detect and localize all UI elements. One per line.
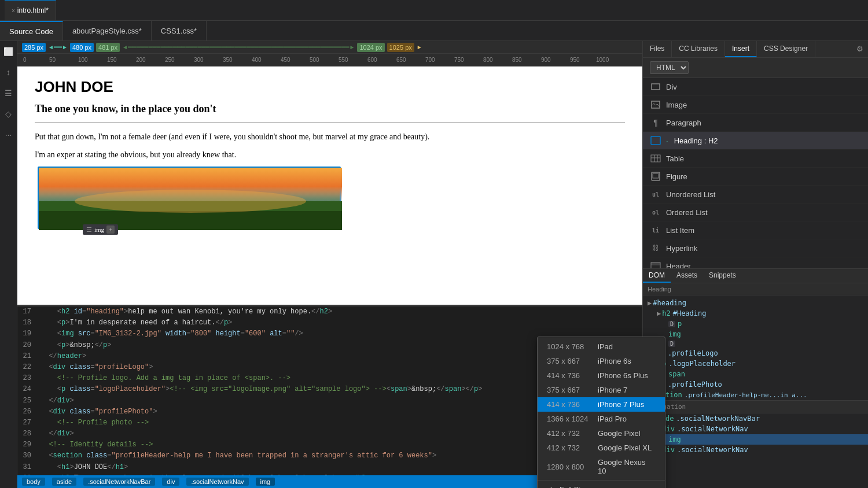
sidebar-icon-5[interactable]: ··· [3,129,14,141]
dropdown-googlenexus10[interactable]: 1280 x 800 Google Nexus 10 [538,455,665,478]
filter-icon[interactable]: ⚙ [852,41,868,57]
dom-tab-dom[interactable]: DOM [643,269,671,283]
insert-list-item[interactable]: li List Item [643,221,868,239]
dropdown-ipad[interactable]: 1024 x 768 iPad [538,339,665,354]
sidebar-icon-3[interactable]: ☰ [3,87,14,99]
svg-rect-12 [653,173,659,178]
code-line-17: 17 <h2 id="heading">help me out wan Keno… [17,306,642,317]
dropdown-iphone7plus[interactable]: 414 x 736 iPhone 7 Plus [538,397,665,412]
header-icon [650,260,661,268]
dom-tab-assets[interactable]: Assets [671,269,703,283]
css2-tab[interactable]: CSS1.css* [152,21,207,40]
list-item-icon: li [650,224,661,236]
dom-row-img-1[interactable]: img [643,329,868,339]
dom-row-profilephoto[interactable]: ▶ div .profilePhoto [643,379,868,390]
table-icon [650,153,661,164]
preview-pane: JOHN DOE The one you know, in the place … [17,66,642,306]
heading-icon [650,135,661,146]
insert-table[interactable]: Table [643,150,868,168]
dropdown-googlepixelxl[interactable]: 412 x 732 Google Pixel XL [538,441,665,455]
dom-row-img-selected[interactable]: img [643,434,868,445]
vp-480: 480 px [70,43,94,52]
intro-tab[interactable]: × intro.html* [5,0,56,20]
svg-rect-6 [651,136,660,145]
figure-icon [650,171,661,182]
status-tag-div[interactable]: div [162,478,179,486]
dom-row-h2[interactable]: ▶ h2 #Heading [643,308,868,319]
dom-row-profilelogo[interactable]: ▶ div .profileLogo [643,348,868,358]
dom-row-p-1[interactable]: D p [643,319,868,329]
status-tag-aside[interactable]: aside [52,478,76,486]
tab-css-designer[interactable]: CSS Designer [757,41,815,57]
dom-row-heading[interactable]: ▶ #heading [643,298,868,308]
preview-image[interactable] [38,167,341,229]
insert-heading[interactable]: · Heading : H2 [643,132,868,150]
img-tag-name: img [94,226,104,233]
right-panel: Files CC Libraries Insert CSS Designer ⚙… [642,41,868,488]
dom-row-d-1[interactable]: D [643,339,868,348]
status-tag-img[interactable]: img [256,478,275,486]
vp-1025: 1025 px [387,43,414,52]
dropdown-ipadpro[interactable]: 1366 x 1024 iPad Pro [538,412,665,426]
vp-481: 481 px [96,43,120,52]
dom-row-logoplaceholder[interactable]: ▶ p .logoPlaceholder [643,358,868,369]
ordered-list-icon: ol [650,206,661,218]
insert-image[interactable]: Image [643,96,868,114]
div-icon [650,81,661,93]
css1-tab[interactable]: aboutPageStyle.css* [63,21,152,40]
tab-cc-libraries[interactable]: CC Libraries [672,41,725,57]
dropdown-googlepixel[interactable]: 412 x 732 Google Pixel [538,426,665,441]
dom-tree: ▶ #heading ▶ h2 #Heading D p img D [643,295,868,457]
sidebar-icon-2[interactable]: ↕ [3,66,14,78]
main-area: ⬜ ↕ ☰ ◇ ··· 285 px ◄══► 480 px 481 px ◄═… [0,41,868,488]
dom-row-socialnetworknavbar[interactable]: ▼ aside .socialNetworkNavBar [643,413,868,424]
sidebar-icon-1[interactable]: ⬜ [3,46,14,57]
dom-tab-snippets[interactable]: Snippets [703,269,742,283]
insert-unordered-list[interactable]: ul Unordered List [643,186,868,204]
dropdown-iphone7[interactable]: 375 x 667 iPhone 7 [538,383,665,397]
status-tag-socialnetworknav[interactable]: .socialNetworkNav [186,478,248,486]
dropdown-divider-1 [538,480,665,480]
preview-para1: Put that gun down, I'm not a female deer… [35,131,625,143]
heading-section-label: Heading [643,283,868,295]
svg-rect-14 [651,263,660,265]
dom-row-profileheader[interactable]: ▶ section .profileHeader-help-me...in a.… [643,390,868,400]
paragraph-icon: ¶ [650,117,661,128]
img-tag-plus-button[interactable]: + [106,225,115,234]
preview-hr [35,122,625,123]
preview-heading: JOHN DOE [35,78,625,96]
dropdown-iphone6splus[interactable]: 414 x 736 iPhone 6s Plus [538,368,665,383]
insert-figure[interactable]: Figure [643,168,868,186]
source-code-tab[interactable]: Source Code [0,21,63,40]
dropdown-iphone6s[interactable]: 375 x 667 iPhone 6s [538,354,665,368]
insert-div[interactable]: Div [643,78,868,96]
tab-files[interactable]: Files [643,41,672,57]
status-tag-body[interactable]: body [22,478,45,486]
svg-rect-7 [651,155,660,162]
img-tag-bar[interactable]: ☰ img + [83,224,118,235]
insert-ordered-list[interactable]: ol Ordered List [643,204,868,221]
html-dropdown[interactable]: HTML [650,61,689,74]
left-sidebar: ⬜ ↕ ☰ ◇ ··· [0,41,17,488]
dom-row-socialnetworknav-1[interactable]: ▼ div .socialNetworkNav [643,424,868,434]
insert-paragraph[interactable]: ¶ Paragraph [643,114,868,132]
sidebar-icon-4[interactable]: ◇ [3,108,14,120]
insert-header[interactable]: Header [643,257,868,268]
insert-hyperlink[interactable]: ⛓ Hyperlink [643,239,868,257]
source-code-label: Source Code [9,27,53,36]
dom-row-span[interactable]: span [643,369,868,379]
preview-para2: I'm an exper at stating the obvious, but… [35,149,625,161]
dom-tabs: DOM Assets Snippets [643,269,868,283]
image-icon [650,99,661,110]
close-icon[interactable]: × [12,8,15,14]
dom-row-socialnetworknav-2[interactable]: ▶ div .socialNetworkNav [643,445,868,455]
vp-285: 285 px [22,43,46,52]
tab-insert[interactable]: Insert [725,41,757,57]
dropdown-fullsize[interactable]: ✓ Full Size [538,482,665,488]
intro-tab-label: intro.html* [17,6,49,14]
status-left: body aside .socialNetworkNavBar div .soc… [22,478,275,486]
code-line-18: 18 <p>I'm in desperate need of a haircut… [17,317,642,328]
img-tag-icon: ☰ [86,226,92,234]
viewport-bar: 285 px ◄══► 480 px 481 px ◄═════════════… [17,41,642,54]
status-tag-socialnetworknavbar[interactable]: .socialNetworkNavBar [83,478,155,486]
